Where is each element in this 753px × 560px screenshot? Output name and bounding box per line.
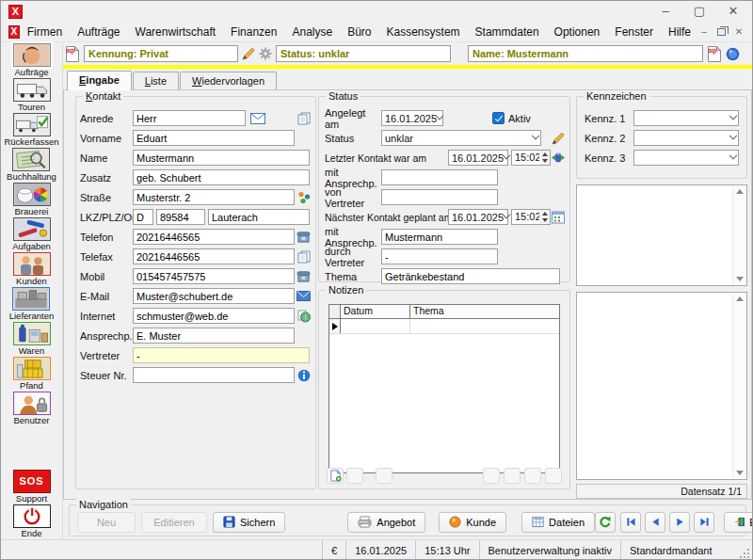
sidebar-item-lieferanten[interactable]: Lieferanten bbox=[9, 287, 55, 321]
menu-auftraege[interactable]: Aufträge bbox=[70, 25, 127, 39]
note-button-5[interactable] bbox=[504, 468, 521, 484]
durch-vertreter-input[interactable] bbox=[381, 248, 498, 264]
tab-liste[interactable]: Liste bbox=[133, 72, 179, 89]
note-button-3[interactable] bbox=[376, 468, 393, 484]
angelegt-am-select[interactable]: 16.01.2025 bbox=[381, 110, 443, 126]
zusatz-input[interactable] bbox=[133, 169, 310, 185]
vorname-input[interactable] bbox=[133, 130, 295, 146]
kennz3-select[interactable] bbox=[633, 150, 739, 166]
menu-kassensystem[interactable]: Kassensystem bbox=[379, 25, 468, 39]
sidebar-item-support[interactable]: SOS Support bbox=[13, 470, 51, 504]
kennung-field[interactable]: Kennung: Privat bbox=[84, 45, 238, 62]
kennz2-select[interactable] bbox=[633, 130, 739, 146]
sidebar-item-buchhaltung[interactable]: Buchhaltung bbox=[7, 148, 56, 182]
menu-warenwirtschaft[interactable]: Warenwirtschaft bbox=[128, 25, 224, 39]
angebot-button[interactable]: Angebot bbox=[347, 512, 425, 533]
scroll-down-icon[interactable] bbox=[736, 471, 744, 475]
mail-outline-icon[interactable] bbox=[250, 113, 265, 124]
sidebar-item-brauerei[interactable]: Brauerei bbox=[13, 183, 51, 216]
sql-document-icon[interactable]: sql bbox=[65, 45, 80, 63]
aktiv-checkbox[interactable] bbox=[492, 112, 505, 124]
tab-eingabe[interactable]: Eingabe bbox=[67, 71, 132, 90]
email-input[interactable] bbox=[133, 288, 295, 304]
scroll-down-icon[interactable] bbox=[736, 277, 744, 281]
memo-field-1[interactable] bbox=[576, 184, 747, 286]
phone-icon[interactable] bbox=[296, 270, 311, 282]
gear-icon[interactable] bbox=[259, 47, 272, 60]
sidebar-item-kunden[interactable]: Kunden bbox=[13, 252, 51, 286]
kunde-button[interactable]: Kunde bbox=[439, 512, 506, 533]
menu-finanzen[interactable]: Finanzen bbox=[223, 25, 284, 39]
menu-hilfe[interactable]: Hilfe bbox=[661, 25, 698, 39]
menu-firmen[interactable]: Firmen bbox=[20, 25, 70, 39]
scrollbar[interactable] bbox=[732, 186, 745, 284]
thema-input[interactable] bbox=[381, 268, 560, 284]
naechster-kontakt-time[interactable]: 15:02 bbox=[511, 209, 539, 225]
note-button-2[interactable] bbox=[346, 468, 363, 484]
globe-page-icon[interactable] bbox=[297, 310, 311, 323]
scroll-up-icon[interactable] bbox=[736, 296, 744, 301]
menu-optionen[interactable]: Optionen bbox=[547, 25, 608, 39]
help-globe-icon[interactable] bbox=[726, 47, 740, 61]
sidebar-item-rueckerfassen[interactable]: Rückerfassen bbox=[4, 113, 58, 147]
tab-wiedervorlagen[interactable]: Wiedervorlagen bbox=[180, 72, 277, 89]
sql-document-icon[interactable]: sql bbox=[707, 45, 722, 63]
pencil-icon[interactable] bbox=[552, 132, 565, 145]
copy-icon[interactable] bbox=[297, 250, 311, 264]
sidebar-item-auftraege[interactable]: Aufträge bbox=[13, 43, 51, 77]
column-thema[interactable]: Thema bbox=[410, 305, 559, 318]
time-spinner[interactable] bbox=[539, 150, 551, 166]
copy-icon[interactable] bbox=[297, 112, 311, 125]
ende-button[interactable]: Ende bbox=[724, 512, 753, 533]
note-button-4[interactable] bbox=[483, 468, 500, 484]
mdi-close-button[interactable]: ✕ bbox=[733, 26, 745, 37]
status-field[interactable]: Status: unklar bbox=[276, 45, 451, 62]
ansprechp-input[interactable] bbox=[133, 328, 295, 344]
status-select[interactable]: unklar bbox=[381, 130, 541, 146]
editieren-button[interactable]: Editieren bbox=[141, 512, 207, 533]
letzter-kontakt-date[interactable]: 16.01.2025 bbox=[448, 150, 508, 166]
neu-button[interactable]: Neu bbox=[77, 512, 136, 533]
sidebar-item-touren[interactable]: Touren bbox=[13, 78, 51, 112]
anrede-input[interactable] bbox=[133, 110, 246, 126]
memo-field-2[interactable] bbox=[576, 292, 747, 480]
notizen-table[interactable]: Datum Thema bbox=[328, 304, 560, 473]
column-datum[interactable]: Datum bbox=[341, 305, 410, 318]
mobil-input[interactable] bbox=[133, 268, 295, 284]
minimize-button[interactable]: – bbox=[649, 2, 682, 21]
sync-database-icon[interactable] bbox=[551, 152, 566, 164]
first-record-button[interactable] bbox=[620, 512, 641, 533]
scrollbar[interactable] bbox=[732, 294, 745, 478]
steuernr-input[interactable] bbox=[133, 367, 295, 383]
info-icon[interactable] bbox=[297, 369, 311, 382]
scroll-up-icon[interactable] bbox=[736, 189, 744, 194]
telefon-input[interactable] bbox=[133, 229, 295, 245]
naechster-kontakt-date[interactable]: 16.01.2025 bbox=[448, 209, 508, 225]
dateien-button[interactable]: Dateien bbox=[521, 512, 595, 533]
calendar-icon[interactable] bbox=[552, 211, 565, 224]
von-vertreter-input[interactable] bbox=[381, 189, 498, 205]
pencil-icon[interactable] bbox=[242, 47, 255, 60]
kennz1-select[interactable] bbox=[633, 110, 739, 126]
phone-icon[interactable] bbox=[296, 231, 311, 243]
menu-analyse[interactable]: Analyse bbox=[284, 25, 340, 39]
time-spinner[interactable] bbox=[539, 209, 551, 225]
menu-fenster[interactable]: Fenster bbox=[607, 25, 661, 39]
mdi-minimize-button[interactable]: – bbox=[698, 26, 710, 37]
name-field[interactable]: Name: Mustermann bbox=[468, 45, 703, 62]
new-note-button[interactable] bbox=[327, 468, 344, 484]
name-input[interactable] bbox=[133, 150, 310, 166]
maximize-button[interactable]: ▢ bbox=[682, 2, 716, 21]
sidebar-item-pfand[interactable]: Pfand bbox=[13, 357, 51, 391]
note-button-6[interactable] bbox=[524, 468, 541, 484]
ort-input[interactable] bbox=[208, 209, 310, 225]
plz-input[interactable] bbox=[156, 209, 205, 225]
previous-record-button[interactable] bbox=[645, 512, 665, 533]
sichern-button[interactable]: Sichern bbox=[213, 512, 285, 533]
mail-filled-icon[interactable] bbox=[296, 291, 311, 301]
mdi-restore-button[interactable] bbox=[717, 28, 726, 36]
sidebar-item-benutzer[interactable]: Benutzer bbox=[13, 392, 51, 425]
close-button[interactable]: ✕ bbox=[716, 2, 750, 21]
internet-input[interactable] bbox=[133, 308, 295, 324]
map-dots-icon[interactable] bbox=[297, 191, 311, 204]
